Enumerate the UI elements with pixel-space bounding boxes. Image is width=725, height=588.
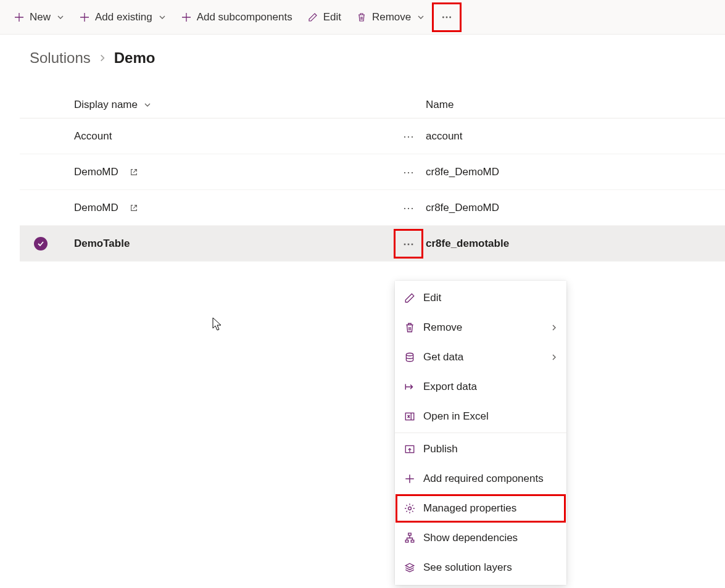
- add-subcomponents-button[interactable]: Add subcomponents: [175, 7, 299, 27]
- breadcrumb: Solutions Demo: [0, 35, 725, 77]
- chevron-right-icon: [98, 54, 107, 62]
- plus-icon: [14, 12, 25, 23]
- more-icon: ⋯: [403, 237, 414, 251]
- add-subcomponents-label: Add subcomponents: [197, 11, 292, 23]
- name-text: account: [426, 130, 463, 143]
- table-row[interactable]: Account ⋯ account: [20, 118, 725, 154]
- chevron-down-icon: [417, 14, 425, 21]
- edit-label: Edit: [323, 11, 341, 23]
- cell-display-name[interactable]: DemoMD: [62, 202, 395, 214]
- breadcrumb-current: Demo: [114, 49, 155, 67]
- more-icon: ⋯: [403, 165, 414, 179]
- display-name-text: DemoTable: [74, 238, 130, 250]
- breadcrumb-parent[interactable]: Solutions: [30, 49, 91, 67]
- name-header-label: Name: [426, 99, 454, 110]
- name-text: cr8fe_demotable: [426, 238, 509, 250]
- remove-label: Remove: [372, 11, 411, 23]
- display-name-text: Account: [74, 130, 112, 143]
- open-external-icon: [130, 204, 138, 212]
- row-more-button[interactable]: ⋯: [395, 123, 422, 150]
- open-external-icon: [130, 168, 138, 176]
- add-existing-label: Add existing: [95, 11, 152, 23]
- display-name-header-label: Display name: [74, 99, 138, 111]
- more-icon: ⋯: [403, 201, 414, 215]
- column-header-display-name[interactable]: Display name: [62, 99, 395, 111]
- chevron-down-icon: [159, 14, 166, 21]
- more-icon: [441, 12, 452, 23]
- checkmark-icon: [34, 237, 48, 251]
- edit-button[interactable]: Edit: [301, 7, 347, 27]
- trash-icon: [356, 12, 367, 23]
- overflow-menu-button[interactable]: [433, 4, 460, 31]
- name-text: cr8fe_DemoMD: [426, 166, 499, 178]
- component-grid: Display name Name Account ⋯ account Demo…: [0, 77, 725, 262]
- column-header-name[interactable]: Name: [426, 99, 725, 111]
- remove-button[interactable]: Remove: [350, 7, 431, 27]
- chevron-down-icon: [57, 14, 64, 21]
- pencil-icon: [307, 12, 318, 23]
- row-select[interactable]: [20, 237, 62, 251]
- cell-display-name[interactable]: DemoMD: [62, 166, 395, 178]
- table-row[interactable]: DemoMD ⋯ cr8fe_DemoMD: [20, 190, 725, 226]
- name-text: cr8fe_DemoMD: [426, 202, 499, 214]
- display-name-text: DemoMD: [74, 166, 118, 178]
- cell-name: account: [426, 130, 725, 143]
- grid-header: Display name Name: [20, 91, 725, 118]
- row-more-button[interactable]: ⋯: [395, 194, 422, 222]
- plus-icon: [79, 12, 90, 23]
- svg-point-0: [442, 16, 444, 18]
- new-label: New: [30, 11, 51, 23]
- plus-icon: [181, 12, 192, 23]
- add-existing-button[interactable]: Add existing: [73, 7, 172, 27]
- cell-display-name[interactable]: DemoTable: [62, 238, 395, 250]
- row-more-button[interactable]: ⋯: [395, 230, 422, 257]
- command-bar: New Add existing Add subcomponents Edit …: [0, 0, 725, 35]
- display-name-text: DemoMD: [74, 202, 118, 214]
- cell-name: cr8fe_DemoMD: [426, 166, 725, 178]
- cell-display-name[interactable]: Account: [62, 130, 395, 143]
- svg-point-2: [449, 16, 451, 18]
- cell-name: cr8fe_demotable: [426, 238, 725, 250]
- more-icon: ⋯: [403, 130, 414, 143]
- table-row[interactable]: DemoMD ⋯ cr8fe_DemoMD: [20, 154, 725, 190]
- new-button[interactable]: New: [7, 7, 70, 27]
- svg-point-1: [446, 16, 448, 18]
- chevron-down-icon: [144, 101, 151, 109]
- row-more-button[interactable]: ⋯: [395, 159, 422, 186]
- table-row[interactable]: DemoTable ⋯ cr8fe_demotable: [20, 226, 725, 262]
- cell-name: cr8fe_DemoMD: [426, 202, 725, 214]
